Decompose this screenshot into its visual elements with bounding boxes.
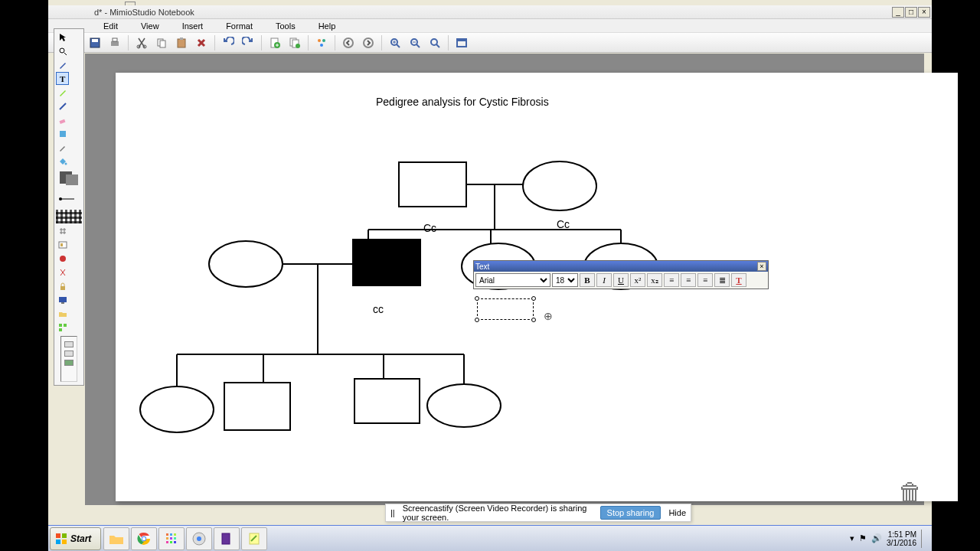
highlighter-tool-icon[interactable]	[56, 86, 69, 99]
fill-tool-icon[interactable]	[56, 155, 69, 168]
stop-sharing-button[interactable]: Stop sharing	[600, 506, 662, 520]
taskbar-explorer-icon[interactable]	[103, 527, 129, 550]
start-button[interactable]: Start	[50, 527, 101, 550]
menu-help[interactable]: Help	[309, 21, 345, 31]
align-right-button[interactable]: ≡	[697, 273, 713, 287]
tray-flag-icon[interactable]: ⚑	[859, 533, 867, 543]
taskbar-clock[interactable]: 1:51 PM 3/1/2016	[887, 530, 916, 547]
screen-share-bar: || Screencastify (Screen Video Recorder)…	[385, 504, 691, 522]
hide-share-bar-button[interactable]: Hide	[668, 508, 686, 517]
apps-icon[interactable]	[56, 321, 69, 334]
active-text-box[interactable]: ⊕	[477, 298, 534, 320]
save-icon[interactable]	[87, 34, 103, 51]
maximize-button[interactable]: □	[905, 7, 917, 18]
color-swatch[interactable]	[56, 168, 82, 188]
select-tool-icon[interactable]	[56, 31, 69, 44]
svg-rect-68	[62, 540, 67, 544]
svg-rect-8	[178, 39, 185, 47]
move-handle-icon[interactable]: ⊕	[544, 310, 553, 322]
font-family-select[interactable]: Arial	[475, 273, 550, 287]
next-page-icon[interactable]	[360, 34, 377, 51]
svg-rect-77	[174, 537, 176, 540]
undo-icon[interactable]	[220, 34, 237, 51]
align-center-button[interactable]: ≡	[681, 273, 696, 287]
show-desktop-icon[interactable]	[921, 530, 927, 548]
brush-tool-icon[interactable]	[56, 141, 69, 154]
svg-point-14	[296, 44, 300, 48]
pattern-tool-icon[interactable]	[56, 210, 82, 223]
zoom-in-icon[interactable]	[387, 34, 403, 51]
svg-rect-27	[59, 119, 65, 123]
screen-share-message: Screencastify (Screen Video Recorder) is…	[403, 504, 593, 522]
pen-tool-icon[interactable]	[56, 58, 69, 71]
screen-icon[interactable]	[56, 293, 69, 306]
cut2-icon[interactable]	[56, 266, 69, 279]
svg-rect-79	[170, 541, 172, 543]
tray-volume-icon[interactable]: 🔊	[871, 533, 882, 543]
line-weight-icon[interactable]	[56, 189, 82, 209]
bold-button[interactable]: B	[580, 273, 595, 287]
zoom-fit-icon[interactable]	[426, 34, 443, 51]
menu-insert[interactable]: Insert	[173, 21, 213, 31]
lock-icon[interactable]	[56, 279, 69, 292]
subscript-button[interactable]: x₂	[647, 273, 662, 287]
font-color-button[interactable]: T	[731, 273, 746, 287]
print-icon[interactable]	[106, 34, 123, 51]
resize-handle-bl[interactable]	[475, 318, 479, 322]
pause-share-icon[interactable]: ||	[390, 508, 395, 517]
superscript-button[interactable]: x²	[630, 273, 645, 287]
svg-text:T: T	[60, 74, 66, 83]
resize-handle-tl[interactable]	[475, 296, 479, 301]
menu-view[interactable]: View	[132, 21, 168, 31]
taskbar-apps-icon[interactable]	[158, 527, 185, 550]
duplicate-page-icon[interactable]	[286, 34, 303, 51]
zoom-tool-icon[interactable]	[56, 44, 69, 57]
menu-tools[interactable]: Tools	[266, 21, 305, 31]
text-toolbar-close-button[interactable]: ×	[757, 262, 766, 271]
taskbar-chrome-icon[interactable]	[131, 527, 157, 550]
close-button[interactable]: ×	[918, 7, 930, 18]
taskbar-mimio-icon[interactable]	[214, 527, 240, 550]
opacity-slider[interactable]	[60, 336, 77, 382]
svg-rect-24	[457, 39, 466, 41]
resize-handle-tr[interactable]	[531, 296, 536, 301]
text-format-toolbar[interactable]: Text × Arial 18 B I U x² x₂ ≡ ≡ ≡ ≣ T	[473, 260, 769, 289]
record-icon[interactable]	[56, 252, 69, 265]
app-window: × d* - MimioStudio Notebook _ □ × Edit V…	[48, 0, 932, 551]
trash-icon[interactable]: 🗑	[898, 478, 923, 507]
bullet-list-button[interactable]: ≣	[714, 273, 730, 287]
minimize-button[interactable]: _	[892, 7, 904, 18]
taskbar-chrome2-icon[interactable]	[186, 527, 212, 550]
copy-icon[interactable]	[153, 34, 170, 51]
redo-icon[interactable]	[240, 34, 256, 51]
svg-point-71	[142, 536, 146, 540]
zoom-out-icon[interactable]	[407, 34, 423, 51]
line-tool-icon[interactable]	[56, 99, 69, 112]
font-size-select[interactable]: 18	[552, 273, 578, 287]
resize-handle-br[interactable]	[531, 318, 536, 322]
svg-point-50	[209, 241, 283, 287]
shape-tool-icon[interactable]	[56, 127, 69, 140]
cut-icon[interactable]	[133, 34, 150, 51]
taskbar-notes-icon[interactable]	[241, 527, 267, 550]
main-toolbar	[48, 33, 932, 53]
prev-page-icon[interactable]	[340, 34, 357, 51]
tray-expand-icon[interactable]: ▾	[850, 533, 854, 543]
menu-format[interactable]: Format	[217, 21, 262, 31]
delete-icon[interactable]	[193, 34, 210, 51]
italic-button[interactable]: I	[596, 273, 612, 287]
menu-edit[interactable]: Edit	[94, 21, 127, 31]
underline-button[interactable]: U	[613, 273, 629, 287]
collaborate-icon[interactable]	[313, 34, 330, 51]
align-left-button[interactable]: ≡	[664, 273, 679, 287]
gallery-icon[interactable]	[56, 238, 69, 251]
fullscreen-icon[interactable]	[453, 34, 470, 51]
svg-rect-31	[66, 174, 78, 185]
eraser-tool-icon[interactable]	[56, 113, 69, 126]
new-page-icon[interactable]	[266, 34, 283, 51]
folder-icon[interactable]	[56, 307, 69, 320]
text-tool-icon[interactable]: T	[56, 72, 69, 85]
grid-toggle-icon[interactable]	[56, 224, 69, 237]
paste-icon[interactable]	[173, 34, 190, 51]
svg-rect-73	[170, 533, 172, 536]
